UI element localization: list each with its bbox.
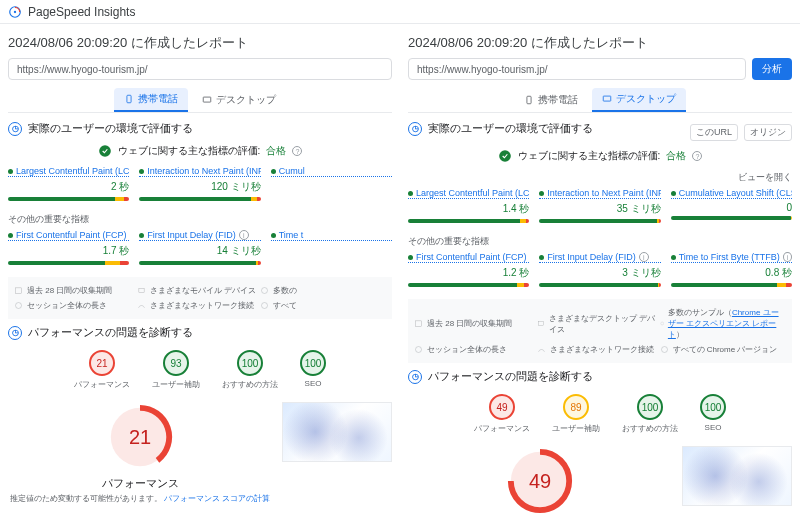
metric-label[interactable]: First Input Delay (FID) <box>547 252 636 262</box>
footer-text: 過去 28 日間の収集期間 <box>27 285 112 296</box>
metric-value: 3 ミリ秒 <box>539 266 660 280</box>
lab-section-head: ◷ パフォーマンスの問題を診断する <box>408 369 792 384</box>
url-input[interactable] <box>408 58 746 80</box>
lab-icon: ◷ <box>8 326 22 340</box>
svg-rect-5 <box>16 288 22 294</box>
metric-value: 1.2 秒 <box>408 266 529 280</box>
lab-icon: ◷ <box>408 370 422 384</box>
tab-desktop[interactable]: デスクトップ <box>592 88 686 112</box>
tab-desktop[interactable]: デスクトップ <box>192 88 286 112</box>
metric-fid: First Input Delay (FID)i 3 ミリ秒 <box>539 252 660 293</box>
metric-label[interactable]: Time to First Byte (TTFB) <box>679 252 780 262</box>
lab-section-head: ◷ パフォーマンスの問題を診断する <box>8 325 392 340</box>
footer-text: さまざまなデスクトップ デバイス <box>549 313 660 335</box>
metric-label[interactable]: Time t <box>279 230 304 240</box>
metric-label[interactable]: Cumul <box>279 166 305 176</box>
devices-icon <box>537 319 545 328</box>
field-title: 実際のユーザーの環境で評価する <box>28 121 193 136</box>
cwv-label: ウェブに関する主な指標の評価: <box>518 149 661 163</box>
report-title: 2024/08/06 20:09:20 に作成したレポート <box>8 34 392 52</box>
metric-value: 35 ミリ秒 <box>539 202 660 216</box>
device-tabs: 携帯電話 デスクトップ <box>408 88 792 113</box>
lighthouse-scores: 49パフォーマンス 89ユーザー補助 100おすすめの方法 100SEO <box>408 394 792 434</box>
mobile-icon <box>124 94 134 104</box>
metric-label[interactable]: Largest Contentful Paint (LCP) <box>16 166 129 176</box>
performance-gauge: 49 <box>505 446 575 516</box>
info-icon[interactable]: ? <box>292 146 302 156</box>
cwv-assessment: ウェブに関する主な指標の評価: 合格 ? <box>408 149 792 163</box>
metric-inp: Interaction to Next Paint (INP) 35 ミリ秒 <box>539 188 660 229</box>
secondary-metrics: First Contentful Paint (FCP) 1.7 秒 First… <box>8 230 392 271</box>
score-label: ユーザー補助 <box>152 379 200 390</box>
field-section-head: ◷ 実際のユーザーの環境で評価する <box>8 121 392 136</box>
score-value: 100 <box>700 394 726 420</box>
metric-label[interactable]: Largest Contentful Paint (LCP) <box>416 188 529 198</box>
info-icon[interactable]: i <box>239 230 249 240</box>
svg-point-16 <box>660 322 663 325</box>
score-performance[interactable]: 21パフォーマンス <box>74 350 130 390</box>
screenshot-thumbnail <box>682 446 792 506</box>
info-icon[interactable]: ? <box>692 151 702 161</box>
lab-title: パフォーマンスの問題を診断する <box>428 369 593 384</box>
score-accessibility[interactable]: 89ユーザー補助 <box>552 394 600 434</box>
origin-origin-button[interactable]: オリジン <box>744 124 792 141</box>
expand-view-link[interactable]: ビューを開く <box>408 171 792 184</box>
left-panel: 2024/08/06 20:09:20 に作成したレポート 携帯電話 デスクトッ… <box>0 24 400 520</box>
score-value: 89 <box>563 394 589 420</box>
url-input[interactable] <box>8 58 392 80</box>
perf-calc-link[interactable]: パフォーマンス スコアの計算 <box>164 494 270 503</box>
metric-label[interactable]: First Contentful Paint (FCP) <box>416 252 527 262</box>
metric-label[interactable]: Cumulative Layout Shift (CLS) <box>679 188 792 198</box>
score-seo[interactable]: 100SEO <box>700 394 726 434</box>
calendar-icon <box>14 286 23 295</box>
svg-rect-3 <box>203 97 211 102</box>
score-performance[interactable]: 49パフォーマンス <box>474 394 530 434</box>
primary-metrics: Largest Contentful Paint (LCP) 2 秒 Inter… <box>8 166 392 207</box>
score-seo[interactable]: 100SEO <box>300 350 326 390</box>
field-footer: 過去 28 日間の収集期間 さまざまなモバイル デバイス 多数の セッション全体… <box>8 277 392 319</box>
origin-url-button[interactable]: このURL <box>690 124 738 141</box>
tab-label: デスクトップ <box>216 93 276 107</box>
score-best-practices[interactable]: 100おすすめの方法 <box>622 394 678 434</box>
metric-label[interactable]: Interaction to Next Paint (INP) <box>147 166 260 176</box>
svg-rect-11 <box>527 96 531 104</box>
analyze-button[interactable]: 分析 <box>752 58 792 80</box>
footer-text: すべて <box>273 300 297 311</box>
lab-title: パフォーマンスの問題を診断する <box>28 325 193 340</box>
info-icon[interactable]: i <box>783 252 792 262</box>
svg-rect-2 <box>127 95 131 103</box>
cwv-status: 合格 <box>266 144 286 158</box>
svg-point-9 <box>261 303 267 309</box>
tab-mobile[interactable]: 携帯電話 <box>514 88 588 112</box>
metric-value: 1.7 秒 <box>8 244 129 258</box>
metric-ttfb: Time to First Byte (TTFB)i 0.8 秒 <box>671 252 792 293</box>
footer-text: さまざまなネットワーク接続 <box>150 300 254 311</box>
calendar-icon <box>414 319 423 328</box>
info-icon[interactable]: i <box>639 252 649 262</box>
footer-text: さまざまなネットワーク接続 <box>550 344 654 355</box>
footer-text: セッション全体の長さ <box>427 344 507 355</box>
score-label: SEO <box>305 379 322 388</box>
tab-mobile[interactable]: 携帯電話 <box>114 88 188 112</box>
device-tabs: 携帯電話 デスクトップ <box>8 88 392 113</box>
gauge-value: 21 <box>105 402 175 472</box>
session-icon <box>14 301 23 310</box>
metric-label[interactable]: First Contentful Paint (FCP) <box>16 230 127 240</box>
app-title: PageSpeed Insights <box>28 5 135 19</box>
metric-value: 1.4 秒 <box>408 202 529 216</box>
split-view: 2024/08/06 20:09:20 に作成したレポート 携帯電話 デスクトッ… <box>0 24 800 520</box>
performance-gauge: 21 <box>105 402 175 472</box>
score-best-practices[interactable]: 100おすすめの方法 <box>222 350 278 390</box>
svg-rect-12 <box>603 96 611 101</box>
svg-point-17 <box>416 347 422 353</box>
score-accessibility[interactable]: 93ユーザー補助 <box>152 350 200 390</box>
gauge-value: 49 <box>505 446 575 516</box>
metric-value: 120 ミリ秒 <box>139 180 260 194</box>
metric-label[interactable]: Interaction to Next Paint (INP) <box>547 188 660 198</box>
metric-value: 14 ミリ秒 <box>139 244 260 258</box>
lighthouse-scores: 21パフォーマンス 93ユーザー補助 100おすすめの方法 100SEO <box>8 350 392 390</box>
metric-label[interactable]: First Input Delay (FID) <box>147 230 236 240</box>
footer-text: さまざまなモバイル デバイス <box>150 285 256 296</box>
footer-text: 多数のサンプル（Chrome ユーザー エクスペリエンス レポート） <box>668 307 782 340</box>
svg-rect-15 <box>538 321 543 325</box>
